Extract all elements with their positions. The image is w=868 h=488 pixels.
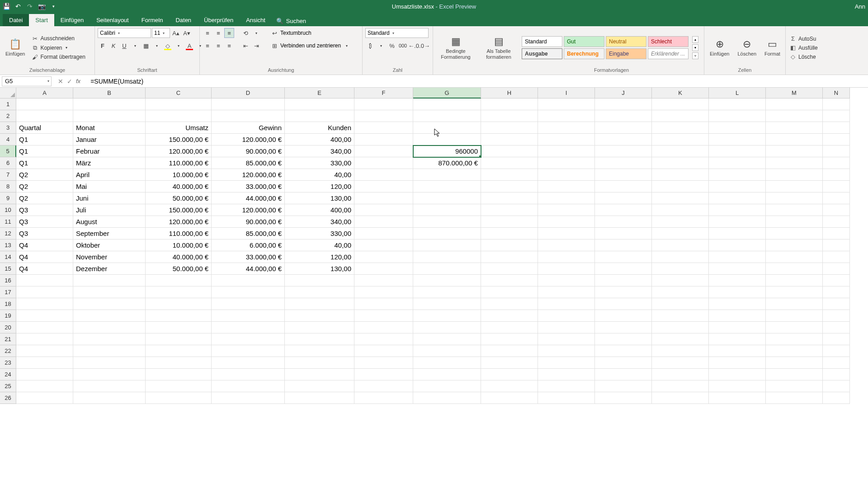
cell-H7[interactable] <box>481 169 538 181</box>
italic-button[interactable]: K <box>108 41 118 51</box>
cell-H22[interactable] <box>481 345 538 357</box>
format-cells-button[interactable]: ▭Format <box>762 38 783 57</box>
cell-I23[interactable] <box>538 357 595 369</box>
cell-N25[interactable] <box>823 380 850 392</box>
cell-G24[interactable] <box>413 369 481 380</box>
cell-K10[interactable] <box>652 204 709 216</box>
scroll-up-icon[interactable]: ▴ <box>692 36 698 43</box>
cell-K19[interactable] <box>652 310 709 322</box>
cell-F17[interactable] <box>354 286 413 298</box>
font-size-select[interactable]: 11▾ <box>152 28 170 38</box>
cells-area[interactable]: QuartalMonatUmsatzGewinnKundenQ1Januar15… <box>16 99 868 488</box>
cell-G10[interactable] <box>413 204 481 216</box>
cell-G22[interactable] <box>413 345 481 357</box>
cell-E4[interactable]: 400,00 <box>285 134 354 145</box>
cell-E19[interactable] <box>285 310 354 322</box>
cell-F24[interactable] <box>354 369 413 380</box>
wrap-text-button[interactable]: Textumbruch <box>280 30 311 36</box>
cell-D23[interactable] <box>212 357 285 369</box>
fill-button[interactable]: ◧Ausfülle <box>788 44 819 52</box>
cell-C23[interactable] <box>146 357 212 369</box>
cell-D9[interactable]: 44.000,00 € <box>212 192 285 204</box>
cell-C25[interactable] <box>146 380 212 392</box>
cell-B6[interactable]: März <box>73 157 146 169</box>
cell-F4[interactable] <box>354 134 413 145</box>
cell-B19[interactable] <box>73 310 146 322</box>
qat-dropdown-icon[interactable]: ▾ <box>50 3 57 10</box>
cell-I15[interactable] <box>538 263 595 275</box>
cell-C19[interactable] <box>146 310 212 322</box>
cell-M21[interactable] <box>766 333 823 345</box>
row-header-7[interactable]: 7 <box>0 169 16 181</box>
cell-L20[interactable] <box>709 322 766 333</box>
cell-H10[interactable] <box>481 204 538 216</box>
row-header-20[interactable]: 20 <box>0 322 16 333</box>
cell-E1[interactable] <box>285 99 354 110</box>
cell-G7[interactable] <box>413 169 481 181</box>
cell-M18[interactable] <box>766 298 823 310</box>
cell-L14[interactable] <box>709 251 766 263</box>
cell-I7[interactable] <box>538 169 595 181</box>
cell-A23[interactable] <box>16 357 73 369</box>
col-header-J[interactable]: J <box>595 88 652 99</box>
row-header-14[interactable]: 14 <box>0 251 16 263</box>
cell-G8[interactable] <box>413 181 481 192</box>
column-headers[interactable]: ABCDEFGHIJKLMN <box>16 88 868 99</box>
cell-B7[interactable]: April <box>73 169 146 181</box>
cell-B17[interactable] <box>73 286 146 298</box>
cell-G23[interactable] <box>413 357 481 369</box>
select-all-corner[interactable] <box>0 88 16 99</box>
cell-E23[interactable] <box>285 357 354 369</box>
row-headers[interactable]: 1234567891011121314151617181920212223242… <box>0 99 16 488</box>
cell-H6[interactable] <box>481 157 538 169</box>
orientation-dropdown-icon[interactable]: ▾ <box>251 28 261 38</box>
cell-B3[interactable]: Monat <box>73 122 146 134</box>
cell-D25[interactable] <box>212 380 285 392</box>
cell-J7[interactable] <box>595 169 652 181</box>
cell-B24[interactable] <box>73 369 146 380</box>
cell-M16[interactable] <box>766 275 823 286</box>
align-middle-button[interactable]: ≡ <box>213 28 223 38</box>
cell-A13[interactable]: Q4 <box>16 239 73 251</box>
cell-M22[interactable] <box>766 345 823 357</box>
cell-L1[interactable] <box>709 99 766 110</box>
row-header-1[interactable]: 1 <box>0 99 16 110</box>
fill-dropdown-icon[interactable]: ▾ <box>174 41 184 51</box>
cell-H5[interactable] <box>481 145 538 157</box>
cell-L22[interactable] <box>709 345 766 357</box>
cell-C21[interactable] <box>146 333 212 345</box>
cell-E17[interactable] <box>285 286 354 298</box>
cell-F9[interactable] <box>354 192 413 204</box>
cell-G4[interactable] <box>413 134 481 145</box>
cell-H3[interactable] <box>481 122 538 134</box>
cell-L9[interactable] <box>709 192 766 204</box>
cell-K14[interactable] <box>652 251 709 263</box>
cell-N13[interactable] <box>823 239 850 251</box>
cell-J17[interactable] <box>595 286 652 298</box>
cell-E7[interactable]: 40,00 <box>285 169 354 181</box>
formula-input[interactable]: =SUMME(Umsatz) <box>89 77 868 86</box>
cell-G12[interactable] <box>413 228 481 239</box>
account-name[interactable]: Ann <box>855 3 865 10</box>
cell-K2[interactable] <box>652 110 709 122</box>
underline-dropdown-icon[interactable]: ▾ <box>130 41 140 51</box>
cell-M14[interactable] <box>766 251 823 263</box>
cell-I9[interactable] <box>538 192 595 204</box>
cell-F21[interactable] <box>354 333 413 345</box>
underline-button[interactable]: U <box>119 41 129 51</box>
cell-G19[interactable] <box>413 310 481 322</box>
cell-H2[interactable] <box>481 110 538 122</box>
cell-B15[interactable]: Dezember <box>73 263 146 275</box>
clear-button[interactable]: ◇Lösche <box>788 53 819 61</box>
cell-A22[interactable] <box>16 345 73 357</box>
cell-L5[interactable] <box>709 145 766 157</box>
cell-J1[interactable] <box>595 99 652 110</box>
save-icon[interactable]: 💾 <box>3 3 10 10</box>
cell-M6[interactable] <box>766 157 823 169</box>
cell-B14[interactable]: November <box>73 251 146 263</box>
cell-I19[interactable] <box>538 310 595 322</box>
cell-N21[interactable] <box>823 333 850 345</box>
cell-K3[interactable] <box>652 122 709 134</box>
cell-N18[interactable] <box>823 298 850 310</box>
cell-H14[interactable] <box>481 251 538 263</box>
